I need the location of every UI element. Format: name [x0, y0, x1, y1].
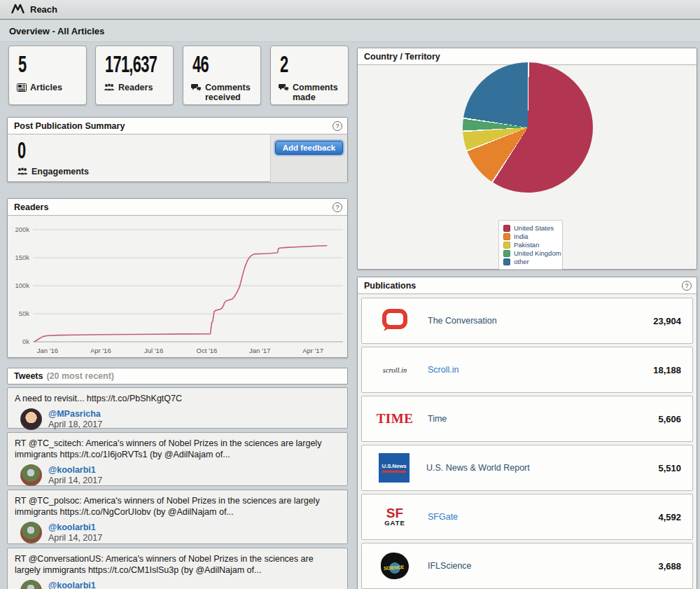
tweet-handle-link[interactable]: @koolarbi1: [48, 581, 102, 589]
engagements-label: Engagements: [31, 167, 89, 177]
tweet-item[interactable]: RT @TC_polsoc: America's winners of Nobe…: [7, 490, 348, 544]
avatar: [20, 580, 42, 589]
readers-line-chart: 0k50k100k150k200kJan '16Apr '16Jul '16Oc…: [8, 216, 347, 357]
comments-made-count: 2: [280, 51, 288, 78]
tweet-text: RT @ConversationUS: America's winners of…: [15, 553, 340, 576]
tweet-date: April 14, 2017: [48, 533, 102, 543]
stat-card-articles: 5 Articles: [8, 46, 87, 105]
avatar: [20, 464, 42, 486]
publications-panel: Publications ? The Conversation 23,904 s…: [357, 277, 697, 589]
x-axis-tick-label: Jan '16: [37, 347, 58, 354]
tweet-handle-link[interactable]: @koolarbi1: [48, 465, 102, 475]
publication-row: U.S.News U.S. News & World Report 5,510: [361, 445, 693, 491]
tweet-item[interactable]: A need to revisit... https://t.co/PbShKg…: [7, 387, 348, 429]
tweet-date: April 14, 2017: [48, 476, 102, 485]
feedback-section: Add feedback: [270, 134, 347, 182]
top-navbar: Reach: [0, 0, 700, 20]
comments-received-count: 46: [192, 51, 209, 78]
country-territory-panel: Country / Territory United StatesIndiaPa…: [357, 48, 697, 270]
publication-count: 3,688: [658, 561, 681, 571]
panel-title: Post Publication Summary: [14, 121, 125, 131]
readers-series-line: [34, 246, 327, 342]
country-pie-chart: [463, 62, 593, 193]
legend-swatch: [503, 250, 510, 257]
x-axis-tick-label: Jul '16: [144, 347, 163, 354]
legend-item: India: [503, 233, 558, 240]
tweet-date: April 18, 2017: [48, 420, 102, 429]
publication-link[interactable]: IFLScience: [428, 561, 658, 571]
panel-title: Country / Territory: [364, 52, 440, 62]
x-axis-tick-label: Apr '16: [90, 347, 111, 354]
publication-link[interactable]: U.S. News & World Report: [426, 463, 658, 473]
publication-count: 18,188: [653, 365, 681, 375]
legend-item: United Kingdom: [503, 249, 558, 257]
x-axis-tick-label: Jan '17: [249, 347, 270, 354]
y-axis-tick-label: 0k: [22, 338, 29, 345]
scroll-in-logo-icon: scroll.in: [379, 354, 411, 386]
legend-swatch: [503, 233, 510, 240]
tweet-handle-link[interactable]: @koolarbi1: [48, 522, 102, 532]
tweets-subtitle: (20 most recent): [46, 371, 114, 381]
publication-link[interactable]: Scroll.in: [428, 365, 653, 375]
tweet-text: A need to revisit... https://t.co/PbShKg…: [15, 393, 340, 404]
stat-card-comments-received: 46 Comments received: [183, 46, 261, 105]
page-header-bar: Overview - All Articles: [0, 20, 700, 42]
legend-label: United Kingdom: [514, 249, 561, 257]
panel-title: Publications: [364, 281, 416, 291]
tweet-text: RT @TC_polsoc: America's winners of Nobe…: [15, 495, 340, 518]
y-axis-tick-label: 100k: [15, 282, 29, 289]
publication-link[interactable]: SFGate: [428, 512, 658, 522]
legend-label: United States: [514, 224, 554, 232]
publication-count: 4,592: [658, 512, 681, 522]
x-axis-tick-label: Oct '16: [197, 347, 218, 354]
pie-legend: United StatesIndiaPakistanUnited Kingdom…: [498, 220, 563, 270]
post-publication-summary-panel: Post Publication Summary ? Add feedback …: [7, 117, 348, 182]
legend-label: other: [514, 258, 529, 265]
publication-count: 5,606: [658, 414, 681, 424]
tweet-item[interactable]: RT @ConversationUS: America's winners of…: [7, 548, 348, 589]
reach-logo-icon: [11, 3, 24, 17]
tweets-header: Tweets (20 most recent): [7, 368, 348, 384]
time-logo-icon: TIME: [379, 403, 411, 435]
tweet-item[interactable]: RT @TC_scitech: America's winners of Nob…: [7, 432, 348, 486]
y-axis-tick-label: 150k: [15, 254, 29, 261]
help-icon[interactable]: ?: [332, 121, 342, 131]
publication-row: SCIENCE IFLScience 3,688: [361, 543, 693, 589]
comments-icon: [279, 83, 289, 94]
readers-panel: Readers ? 0k50k100k150k200kJan '16Apr '1…: [7, 198, 348, 358]
publication-count: 5,510: [658, 463, 681, 473]
stat-label: Comments received: [205, 83, 256, 103]
help-icon[interactable]: ?: [682, 281, 692, 291]
stat-label: Comments made: [293, 83, 344, 103]
tweet-handle-link[interactable]: @MPasricha: [48, 409, 102, 419]
tweet-text: RT @TC_scitech: America's winners of Nob…: [15, 438, 340, 460]
stat-label: Articles: [30, 83, 62, 92]
articles-count: 5: [18, 51, 26, 78]
publication-row: SF GATE SFGate 4,592: [361, 494, 693, 540]
avatar: [20, 408, 42, 430]
y-axis-tick-label: 200k: [15, 226, 29, 233]
legend-item: United States: [503, 224, 558, 232]
publication-link[interactable]: Time: [428, 414, 658, 424]
publication-link[interactable]: The Conversation: [428, 316, 653, 326]
legend-swatch: [503, 258, 510, 265]
tweets-title: Tweets: [14, 371, 43, 381]
publication-count: 23,904: [653, 316, 681, 326]
comments-icon: [191, 83, 202, 94]
iflscience-logo-icon: SCIENCE: [379, 550, 411, 582]
sfgate-logo-icon: SF GATE: [379, 501, 411, 533]
readers-icon: [104, 83, 115, 93]
add-feedback-button[interactable]: Add feedback: [275, 141, 343, 155]
the-conversation-logo-icon: [379, 305, 411, 337]
legend-swatch: [503, 242, 510, 249]
legend-item: other: [503, 258, 558, 265]
publication-row: The Conversation 23,904: [361, 298, 693, 344]
stat-card-comments-made: 2 Comments made: [270, 46, 349, 105]
avatar: [20, 522, 42, 543]
articles-icon: [17, 83, 27, 94]
page-title: Overview - All Articles: [9, 26, 104, 36]
publication-row: scroll.in Scroll.in 18,188: [361, 347, 693, 393]
legend-label: Pakistan: [514, 241, 539, 249]
legend-label: India: [514, 233, 528, 240]
help-icon[interactable]: ?: [332, 202, 342, 212]
